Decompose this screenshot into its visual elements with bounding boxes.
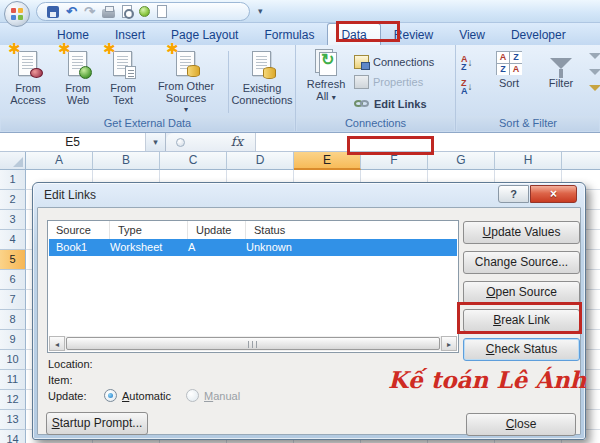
from-other-sources-button[interactable]: ✱ From Other Sources ▾ bbox=[146, 48, 226, 116]
reapply-filter-icon[interactable] bbox=[589, 69, 600, 75]
update-values-button[interactable]: Update Values bbox=[463, 221, 580, 244]
links-list[interactable]: Source Type Update Status Book1 Workshee… bbox=[47, 220, 459, 353]
list-header-type[interactable]: Type bbox=[110, 221, 188, 239]
tab-home[interactable]: Home bbox=[44, 24, 102, 45]
watermark-text: Kế toán Lê Ánh bbox=[388, 366, 586, 393]
annotation-box-break-link bbox=[457, 302, 582, 334]
cell-status: Unknown bbox=[246, 239, 292, 256]
status-orb-icon[interactable] bbox=[139, 6, 150, 17]
row-header-8[interactable]: 8 bbox=[0, 310, 26, 330]
refresh-all-button[interactable]: ↻ Refresh All ▾ bbox=[300, 48, 352, 116]
formula-input[interactable] bbox=[256, 133, 600, 151]
dialog-help-button[interactable]: ? bbox=[498, 185, 529, 203]
automatic-radio[interactable] bbox=[104, 389, 117, 402]
row-header-13[interactable]: 13 bbox=[0, 410, 26, 430]
customize-qat-caret-icon[interactable]: ▾ bbox=[258, 6, 263, 16]
column-header-a[interactable]: A bbox=[26, 152, 93, 170]
row-header-11[interactable]: 11 bbox=[0, 370, 26, 390]
filter-button[interactable]: Filter bbox=[538, 51, 584, 119]
existing-connections-button[interactable]: Existing Connections bbox=[230, 48, 294, 116]
name-box[interactable]: E5 bbox=[0, 133, 146, 151]
manual-radio[interactable] bbox=[186, 389, 199, 402]
tab-developer[interactable]: Developer bbox=[498, 24, 579, 45]
formula-bar-dot-icon bbox=[176, 138, 185, 147]
sort-icon: AZ ZA bbox=[496, 51, 522, 75]
row-header-4[interactable]: 4 bbox=[0, 230, 26, 250]
list-header-update[interactable]: Update bbox=[188, 221, 246, 239]
column-header-g[interactable]: G bbox=[428, 152, 495, 170]
sort-descending-button[interactable]: ZA ↓ bbox=[461, 77, 481, 96]
edit-links-button[interactable]: Edit Links bbox=[354, 94, 427, 113]
print-preview-icon[interactable] bbox=[122, 5, 132, 18]
row-header-2[interactable]: 2 bbox=[0, 190, 26, 210]
cell-source: Book1 bbox=[56, 239, 87, 256]
group-sort-filter: AZ ↓ ZA ↓ AZ ZA Sort Filter bbox=[456, 45, 600, 131]
row-header-6[interactable]: 6 bbox=[0, 270, 26, 290]
scroll-right-icon[interactable]: ▸ bbox=[441, 336, 457, 351]
close-button[interactable]: Close bbox=[466, 413, 576, 436]
properties-icon bbox=[354, 75, 369, 89]
tab-formulas[interactable]: Formulas bbox=[251, 24, 327, 45]
office-button[interactable] bbox=[4, 1, 30, 27]
undo-icon[interactable]: ↶ bbox=[66, 5, 77, 18]
excel-window: ↶ ↷ ▾ Home Insert Page Layout Formulas D… bbox=[0, 0, 600, 443]
list-header-source[interactable]: Source bbox=[48, 221, 110, 239]
insert-function-button[interactable]: fx bbox=[231, 134, 243, 149]
column-header-b[interactable]: B bbox=[93, 152, 160, 170]
column-header-c[interactable]: C bbox=[160, 152, 227, 170]
startup-prompt-button[interactable]: Startup Prompt... bbox=[46, 412, 148, 435]
row-header-12[interactable]: 12 bbox=[0, 390, 26, 410]
tab-data[interactable]: Data bbox=[327, 23, 380, 45]
row-header-14[interactable]: 14 bbox=[0, 430, 26, 443]
row-header-5-selected[interactable]: 5 bbox=[0, 250, 26, 270]
dialog-body: Source Type Update Status Book1 Workshee… bbox=[37, 207, 581, 435]
group-get-external-data: ✱ From Access ✱ From Web ✱ From Text ✱ bbox=[0, 45, 296, 131]
from-access-icon: ✱ bbox=[11, 48, 45, 80]
change-source-button[interactable]: Change Source... bbox=[463, 251, 580, 274]
column-header-e-selected[interactable]: E bbox=[294, 152, 361, 170]
redo-icon[interactable]: ↷ bbox=[84, 5, 95, 18]
column-header-partial[interactable] bbox=[562, 152, 600, 170]
office-logo-icon bbox=[11, 8, 23, 20]
save-icon[interactable] bbox=[47, 6, 59, 18]
formula-bar: E5 ▾ fx bbox=[0, 133, 600, 152]
from-access-button[interactable]: ✱ From Access bbox=[2, 48, 54, 116]
list-row-selected[interactable]: Book1 Worksheet A Unknown bbox=[49, 239, 457, 256]
select-all-corner[interactable] bbox=[0, 152, 26, 170]
cell-type: Worksheet bbox=[110, 239, 162, 256]
sort-button[interactable]: AZ ZA Sort bbox=[486, 51, 532, 119]
sort-ascending-button[interactable]: AZ ↓ bbox=[461, 53, 481, 72]
row-header-3[interactable]: 3 bbox=[0, 210, 26, 230]
row-header-9[interactable]: 9 bbox=[0, 330, 26, 350]
print-icon[interactable] bbox=[102, 9, 115, 18]
new-document-icon[interactable] bbox=[157, 5, 167, 18]
filter-funnel-icon bbox=[550, 58, 572, 69]
automatic-radio-label: Automatic bbox=[122, 390, 171, 402]
name-box-caret-icon[interactable]: ▾ bbox=[146, 133, 166, 151]
group-label-sort-filter: Sort & Filter bbox=[457, 116, 599, 131]
connections-button[interactable]: Connections bbox=[354, 52, 434, 71]
clear-filter-icon[interactable] bbox=[589, 53, 600, 59]
check-status-button[interactable]: Check Status bbox=[463, 338, 580, 361]
advanced-filter-icon[interactable] bbox=[589, 85, 600, 91]
from-text-button[interactable]: ✱ From Text bbox=[102, 48, 144, 116]
properties-button[interactable]: Properties bbox=[354, 72, 423, 91]
scrollbar-thumb[interactable] bbox=[66, 337, 440, 350]
horizontal-scrollbar[interactable]: ◂ ▸ bbox=[49, 336, 457, 351]
from-text-icon: ✱ bbox=[106, 48, 140, 80]
open-source-button[interactable]: Open Source bbox=[463, 281, 580, 304]
list-header-status[interactable]: Status bbox=[246, 221, 366, 239]
column-header-h[interactable]: H bbox=[495, 152, 562, 170]
existing-connections-icon bbox=[245, 48, 279, 80]
tab-view[interactable]: View bbox=[446, 24, 498, 45]
row-header-1[interactable]: 1 bbox=[0, 170, 26, 190]
row-header-7[interactable]: 7 bbox=[0, 290, 26, 310]
column-header-f[interactable]: F bbox=[361, 152, 428, 170]
from-web-button[interactable]: ✱ From Web bbox=[56, 48, 100, 116]
tab-review[interactable]: Review bbox=[381, 24, 446, 45]
row-header-10[interactable]: 10 bbox=[0, 350, 26, 370]
column-header-d[interactable]: D bbox=[227, 152, 294, 170]
clipped-filter-tools bbox=[589, 53, 600, 91]
scroll-left-icon[interactable]: ◂ bbox=[49, 336, 65, 351]
dialog-close-icon[interactable]: × bbox=[530, 185, 577, 203]
